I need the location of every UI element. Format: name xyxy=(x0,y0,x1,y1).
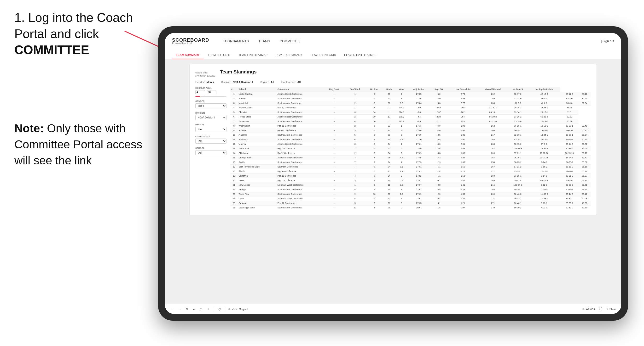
table-cell: 3 xyxy=(395,133,408,137)
table-cell: 9 xyxy=(366,196,383,201)
table-cell: 9-10-2 xyxy=(528,165,560,169)
sub-nav-team-h2h-heatmap[interactable]: TEAM H2H HEATMAP xyxy=(235,51,271,59)
table-cell: – xyxy=(324,106,344,110)
nav-committee[interactable]: COMMITTEE xyxy=(276,38,304,44)
table-cell: 14-21-0 xyxy=(528,128,560,133)
table-cell: 9-19-1 xyxy=(528,201,560,205)
toolbar-forward-icon[interactable]: → xyxy=(177,307,182,312)
table-cell: 1.85 xyxy=(448,147,478,151)
toolbar-add-icon[interactable]: + xyxy=(206,307,211,312)
table-cell: 2 xyxy=(395,174,408,178)
min-rounds-max-input[interactable] xyxy=(207,90,216,94)
table-cell: 1.30 xyxy=(448,192,478,196)
table-cell: 20 xyxy=(230,178,238,183)
view-original-button[interactable]: 👁 View: Original xyxy=(228,308,248,311)
table-cell: 17 xyxy=(230,165,238,169)
toolbar-reload-icon[interactable]: ↻ xyxy=(184,307,189,312)
table-cell: 9-12-3 xyxy=(528,183,560,187)
table-cell: 28-19-0 xyxy=(528,119,560,124)
watch-button[interactable]: 👁 Watch ▾ xyxy=(582,308,595,311)
table-cell: 1 xyxy=(344,106,366,110)
table-cell: 17 xyxy=(383,115,395,119)
table-cell: Southeastern Conference xyxy=(276,110,324,115)
col-reg-rank: Reg Rank xyxy=(324,87,344,92)
table-cell: 209 xyxy=(478,151,508,156)
table-cell: 1.41 xyxy=(448,183,478,187)
table-cell: 71.7 xyxy=(560,110,578,115)
min-rounds-min-input[interactable] xyxy=(195,90,205,94)
sub-nav-player-h2h-heatmap[interactable]: PLAYER H2H HEATMAP xyxy=(340,51,380,59)
table-cell: 66-40-1 xyxy=(508,201,528,205)
col-no-tour: No Tour xyxy=(366,87,383,92)
table-cell: 270 xyxy=(478,205,508,210)
sub-nav-player-summary[interactable]: PLAYER SUMMARY xyxy=(272,51,306,59)
sub-nav-team-h2h-grid[interactable]: TEAM H2H GRID xyxy=(204,51,234,59)
table-cell: Illinois xyxy=(238,169,276,174)
nav-tournaments[interactable]: TOURNAMENTS xyxy=(218,38,253,44)
table-cell: 260 xyxy=(478,96,508,101)
table-cell: 271 xyxy=(478,201,508,205)
table-cell: – xyxy=(344,165,366,169)
table-cell: Texas A&M xyxy=(238,192,276,196)
table-cell: 24 xyxy=(383,137,395,142)
table-cell: 277.5 xyxy=(408,160,430,165)
toolbar-expand-icon[interactable]: ⛶ xyxy=(598,307,604,312)
table-cell: 2.52 xyxy=(430,106,447,110)
table-cell: 86-25-1 xyxy=(508,124,528,128)
conference-select[interactable]: (All) ACC SEC xyxy=(195,139,226,144)
table-cell: 9 xyxy=(366,160,383,165)
table-cell: 279.2 xyxy=(408,187,430,192)
division-select[interactable]: NCAA Division I NCAA Division II NCAA Di… xyxy=(195,115,226,120)
table-cell: 11 xyxy=(230,137,238,142)
region-value: All xyxy=(271,81,274,84)
table-cell: 11-19-0 xyxy=(508,119,528,124)
table-cell: Big 12 Conference xyxy=(276,178,324,183)
table-cell: 33-38-4 xyxy=(560,178,578,183)
toolbar-clock-icon[interactable]: ◷ xyxy=(217,307,222,312)
step-text: 1. Log into the Coach Portal and click C… xyxy=(14,9,154,58)
nav-teams[interactable]: TEAMS xyxy=(254,38,274,44)
share-button[interactable]: ⇧ Share xyxy=(606,308,616,311)
table-cell: 11-38-0 xyxy=(528,192,560,196)
table-cell: 39-23-1 xyxy=(560,128,578,133)
table-cell: – xyxy=(324,178,344,183)
table-row: 1North CarolinaAtlantic Coast Conference… xyxy=(230,92,591,96)
table-cell: 258 xyxy=(478,160,508,165)
table-cell: Oklahoma xyxy=(238,151,276,156)
toolbar-back-icon[interactable]: ← xyxy=(170,307,175,312)
filter-group-min-rounds: Minimum Rou... xyxy=(195,87,226,97)
col-vs-top-50: Vs Top 50 Points xyxy=(528,87,560,92)
table-cell: 275.9 xyxy=(395,119,408,124)
table-cell: – xyxy=(324,156,344,160)
table-cell: 29-13-1 xyxy=(528,110,560,115)
standings-table: # School Conference Reg Rank Conf Rank N… xyxy=(230,87,591,210)
table-cell: 10 xyxy=(366,115,383,119)
table-cell: 21 xyxy=(383,187,395,192)
table-cell: 4 xyxy=(344,119,366,124)
table-cell: 26 xyxy=(366,106,383,110)
school-select[interactable]: (All) xyxy=(195,150,226,155)
table-cell: 16 xyxy=(366,110,383,115)
region-select[interactable]: N/A Northeast Southeast xyxy=(195,127,226,132)
sub-nav-player-h2h-grid[interactable]: PLAYER H2H GRID xyxy=(306,51,340,59)
table-row: 20TexasBig 12 Conference–39280.7278.7-0.… xyxy=(230,178,591,183)
sub-nav-team-summary[interactable]: TEAM SUMMARY xyxy=(172,51,204,59)
sign-out-button[interactable]: | Sign out xyxy=(601,39,614,43)
table-cell: Texas xyxy=(238,178,276,183)
table-cell: 265 xyxy=(448,106,478,110)
table-cell: 2.88 xyxy=(448,96,478,101)
col-avg-sg: Avg. SG xyxy=(430,87,447,92)
table-cell: -0.4 xyxy=(430,196,447,201)
bottom-toolbar: ← → ↻ ▲ ◻ + ◷ 👁 View: Original 👁 Watch ▾… xyxy=(165,304,621,314)
sub-nav: TEAM SUMMARY TEAM H2H GRID TEAM H2H HEAT… xyxy=(165,49,621,59)
table-cell: 21 xyxy=(383,201,395,205)
main-content: Update time: 27/03/2024 16:56:26 Team St… xyxy=(165,59,621,304)
toolbar-bookmark-icon[interactable]: ◻ xyxy=(198,307,204,312)
table-cell: 58-6-0 xyxy=(560,101,578,106)
table-cell: 1.63 xyxy=(448,160,478,165)
table-cell: 255 xyxy=(448,119,478,124)
gender-select[interactable]: Men's Women's xyxy=(195,103,226,108)
toolbar-share-icon[interactable]: ▲ xyxy=(191,307,196,312)
table-cell: 5 xyxy=(344,133,366,137)
table-cell: – xyxy=(324,151,344,156)
